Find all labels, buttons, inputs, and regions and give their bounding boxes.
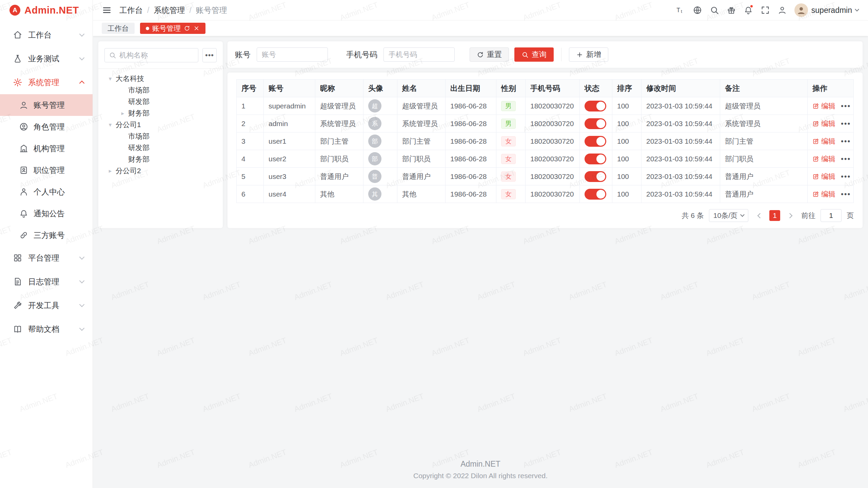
chevron-down-icon bbox=[740, 212, 745, 217]
org-search-box bbox=[104, 48, 198, 62]
row-avatar: 普 bbox=[368, 170, 381, 183]
edit-icon bbox=[812, 156, 819, 162]
tree-node[interactable]: 研发部 bbox=[104, 142, 217, 154]
table-body: 1 superadmin 超级管理员 超 超级管理员 1986-06-28 男 … bbox=[237, 97, 854, 203]
chevron-down-icon bbox=[79, 278, 85, 284]
next-page-button[interactable] bbox=[785, 210, 796, 221]
edit-button[interactable]: 编辑 bbox=[812, 137, 835, 146]
user-menu[interactable]: superadmin bbox=[792, 3, 860, 17]
row-more-button[interactable]: ••• bbox=[841, 120, 851, 127]
row-more-button[interactable]: ••• bbox=[841, 155, 851, 163]
tab-workbench[interactable]: 工作台 bbox=[102, 23, 135, 34]
gender-tag: 女 bbox=[501, 136, 516, 146]
edit-button[interactable]: 编辑 bbox=[812, 101, 835, 111]
close-icon[interactable] bbox=[193, 25, 200, 32]
gift-icon[interactable] bbox=[724, 3, 739, 18]
caret-down-icon[interactable]: ▾ bbox=[107, 121, 113, 128]
tree-node[interactable]: ▾大名科技 bbox=[104, 73, 217, 84]
row-more-button[interactable]: ••• bbox=[841, 173, 851, 180]
sidebar-item-dev-tools[interactable]: 开发工具 bbox=[0, 293, 93, 317]
app-logo-icon: A bbox=[9, 5, 20, 16]
sidebar-item-third-party-account[interactable]: 三方账号 bbox=[0, 224, 93, 246]
account-input[interactable] bbox=[257, 47, 328, 62]
app-logo[interactable]: A Admin.NET bbox=[0, 0, 93, 20]
col-birthday: 出生日期 bbox=[446, 80, 496, 97]
notification-bell-icon[interactable] bbox=[741, 3, 756, 18]
sidebar-item-workbench[interactable]: 工作台 bbox=[0, 23, 93, 47]
phone-input[interactable] bbox=[383, 47, 455, 62]
sidebar-item-label: 日志管理 bbox=[28, 277, 59, 287]
gender-tag: 女 bbox=[501, 171, 516, 182]
row-remark: 系统管理员 bbox=[725, 120, 761, 127]
status-switch[interactable] bbox=[585, 189, 606, 200]
edit-button[interactable]: 编辑 bbox=[812, 119, 835, 128]
globe-icon[interactable] bbox=[690, 3, 705, 18]
row-more-button[interactable]: ••• bbox=[841, 190, 851, 198]
status-switch[interactable] bbox=[585, 136, 606, 147]
sidebar-item-notice[interactable]: 通知公告 bbox=[0, 203, 93, 224]
sidebar-item-system-management[interactable]: 系统管理 bbox=[0, 70, 93, 94]
row-avatar: 部 bbox=[368, 135, 381, 148]
tree-node-label: 财务部 bbox=[128, 108, 150, 118]
edit-button[interactable]: 编辑 bbox=[812, 154, 835, 164]
tree-node[interactable]: ▸财务部 bbox=[104, 107, 217, 119]
sidebar-item-help-docs[interactable]: 帮助文档 bbox=[0, 317, 93, 341]
breadcrumb-item[interactable]: 系统管理 bbox=[154, 5, 185, 16]
row-more-button[interactable]: ••• bbox=[841, 138, 851, 145]
search-icon[interactable] bbox=[707, 3, 722, 18]
accounts-table-card: 序号 账号 昵称 头像 姓名 出生日期 性别 手机号码 状态 排序 bbox=[228, 73, 863, 228]
gender-tag: 女 bbox=[501, 189, 516, 199]
sidebar-item-position-management[interactable]: 职位管理 bbox=[0, 159, 93, 181]
page-number-current[interactable]: 1 bbox=[769, 210, 780, 221]
prev-page-button[interactable] bbox=[753, 210, 764, 221]
status-switch[interactable] bbox=[585, 101, 606, 111]
org-more-button[interactable]: ••• bbox=[202, 48, 217, 62]
tags-bar: 工作台 账号管理 bbox=[93, 20, 868, 36]
sidebar-item-log-management[interactable]: 日志管理 bbox=[0, 270, 93, 293]
sidebar-item-role-management[interactable]: 角色管理 bbox=[0, 116, 93, 138]
fullscreen-icon[interactable] bbox=[758, 3, 773, 18]
tree-node[interactable]: 市场部 bbox=[104, 84, 217, 96]
status-switch[interactable] bbox=[585, 154, 606, 164]
sidebar-item-business-test[interactable]: 业务测试 bbox=[0, 47, 93, 70]
tree-node[interactable]: ▾分公司1 bbox=[104, 119, 217, 130]
page-size-select[interactable]: 10条/页 bbox=[709, 209, 748, 222]
row-index: 3 bbox=[241, 137, 245, 145]
status-switch[interactable] bbox=[585, 118, 606, 129]
add-button[interactable]: 新增 bbox=[569, 47, 608, 62]
search-button[interactable]: 查询 bbox=[514, 47, 554, 62]
org-search-input[interactable] bbox=[119, 51, 194, 59]
tab-account-management[interactable]: 账号管理 bbox=[140, 23, 205, 34]
goto-page-input[interactable] bbox=[821, 209, 842, 222]
breadcrumb-separator: / bbox=[189, 6, 191, 15]
search-icon bbox=[109, 52, 116, 59]
tree-node[interactable]: 财务部 bbox=[104, 154, 217, 165]
tree-node[interactable]: 市场部 bbox=[104, 130, 217, 142]
caret-right-icon[interactable]: ▸ bbox=[120, 110, 126, 117]
hamburger-menu-icon[interactable] bbox=[101, 4, 113, 16]
caret-down-icon[interactable]: ▾ bbox=[107, 75, 113, 82]
sidebar-item-platform-management[interactable]: 平台管理 bbox=[0, 246, 93, 270]
chevron-down-icon bbox=[79, 302, 85, 307]
edit-button[interactable]: 编辑 bbox=[812, 189, 835, 199]
font-size-icon[interactable]: Tt bbox=[673, 3, 688, 18]
status-switch[interactable] bbox=[585, 171, 606, 182]
caret-right-icon[interactable]: ▸ bbox=[107, 167, 113, 175]
edit-button[interactable]: 编辑 bbox=[812, 172, 835, 181]
row-more-button[interactable]: ••• bbox=[841, 102, 851, 110]
refresh-icon[interactable] bbox=[184, 25, 190, 32]
table-row: 1 superadmin 超级管理员 超 超级管理员 1986-06-28 男 … bbox=[237, 97, 854, 115]
sidebar-item-org-management[interactable]: 机构管理 bbox=[0, 138, 93, 159]
profile-icon[interactable] bbox=[775, 3, 790, 18]
breadcrumb-item[interactable]: 工作台 bbox=[119, 5, 143, 16]
pagination-total: 共 6 条 bbox=[682, 211, 704, 220]
sidebar-item-personal-center[interactable]: 个人中心 bbox=[0, 181, 93, 203]
tree-node[interactable]: 研发部 bbox=[104, 96, 217, 107]
breadcrumb-item-current: 账号管理 bbox=[196, 5, 227, 16]
table-row: 6 user4 其他 其 其他 1986-06-28 女 18020030720… bbox=[237, 185, 854, 203]
tree-node[interactable]: ▸分公司2 bbox=[104, 165, 217, 177]
sidebar-item-account-management[interactable]: 账号管理 bbox=[0, 94, 93, 116]
tree-node-label: 分公司1 bbox=[116, 120, 141, 129]
tab-label: 账号管理 bbox=[152, 24, 181, 33]
reset-button[interactable]: 重置 bbox=[470, 47, 509, 62]
